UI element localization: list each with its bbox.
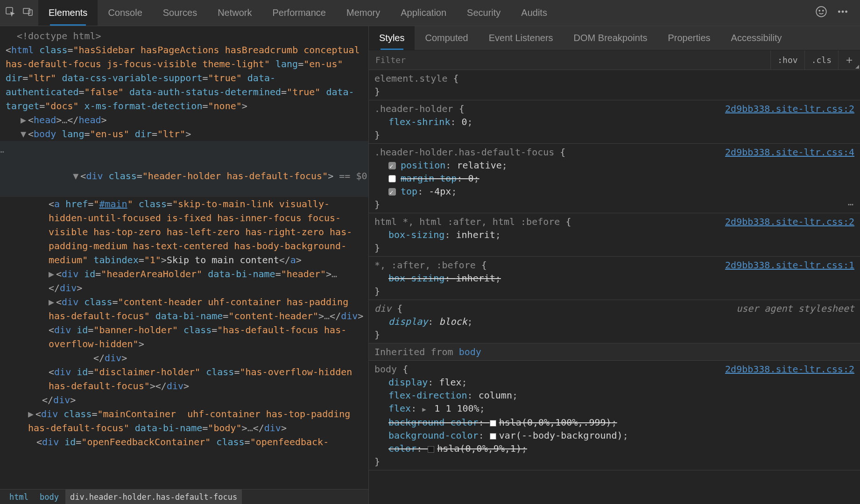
tab-console[interactable]: Console	[98, 0, 152, 26]
svg-point-6	[839, 11, 840, 12]
style-declaration[interactable]: flex: ▶ 1 1 100%;	[374, 402, 854, 416]
color-swatch[interactable]	[490, 433, 496, 440]
smiley-icon[interactable]	[815, 6, 827, 20]
more-icon[interactable]: ⋯	[848, 198, 854, 211]
property-checkbox[interactable]	[388, 162, 396, 169]
style-declaration[interactable]: color: hsla(0,0%,9%,1);	[374, 442, 854, 455]
device-toolbar-icon[interactable]	[22, 6, 34, 20]
styles-panel: StylesComputedEvent ListenersDOM Breakpo…	[369, 26, 860, 504]
head-node[interactable]: ▶<head>…</head>	[0, 113, 368, 127]
devtools-top-tabs: ElementsConsoleSourcesNetworkPerformance…	[0, 0, 860, 26]
styles-list[interactable]: element.style {}2d9bb338.site-ltr.css:2.…	[369, 70, 860, 504]
style-declaration[interactable]: top: -4px;	[374, 185, 854, 198]
subtab-computed[interactable]: Computed	[415, 26, 478, 50]
tab-network[interactable]: Network	[207, 0, 262, 26]
crumb-selected[interactable]: div.header-holder.has-default-focus	[65, 490, 242, 504]
tab-elements[interactable]: Elements	[38, 0, 98, 26]
source-link[interactable]: 2d9bb338.site-ltr.css:4	[725, 146, 854, 159]
source-label: user agent stylesheet	[736, 302, 854, 315]
style-declaration[interactable]: box-sizing: inherit;	[374, 272, 854, 285]
header-area-node[interactable]: ▶<div id="headerAreaHolder" data-bi-name…	[0, 267, 368, 295]
subtab-properties[interactable]: Properties	[657, 26, 720, 50]
selected-close-node[interactable]: </div>	[0, 393, 368, 407]
subtab-accessibility[interactable]: Accessibility	[721, 26, 792, 50]
hov-toggle[interactable]: :hov	[770, 50, 804, 70]
body-open-tag[interactable]: ▼<body lang="en-us" dir="ltr">	[0, 127, 368, 141]
tab-security[interactable]: Security	[457, 0, 511, 26]
tab-performance[interactable]: Performance	[262, 0, 337, 26]
doctype-node[interactable]: <!doctype html>	[17, 30, 101, 42]
content-header-node[interactable]: ▶<div class="content-header uhf-containe…	[0, 295, 368, 323]
svg-rect-1	[23, 8, 30, 14]
style-declaration[interactable]: flex-direction: column;	[374, 389, 854, 402]
styles-filter-input[interactable]	[369, 55, 770, 65]
style-declaration[interactable]: margin-top: 0;	[374, 172, 854, 185]
inherited-from-header: Inherited from body	[369, 343, 860, 361]
new-style-rule-button[interactable]	[838, 50, 860, 70]
source-link[interactable]: 2d9bb338.site-ltr.css:2	[725, 215, 854, 228]
skip-link-node[interactable]: <a href="#main" class="skip-to-main-link…	[0, 197, 368, 267]
tab-audits[interactable]: Audits	[511, 0, 557, 26]
tab-application[interactable]: Application	[390, 0, 457, 26]
banner-open-node[interactable]: <div id="banner-holder" class="has-defau…	[0, 323, 368, 351]
elements-panel: <!doctype html> <html class="hasSidebar …	[0, 26, 369, 504]
crumb-body[interactable]: body	[35, 490, 63, 504]
style-declaration[interactable]: position: relative;	[374, 159, 854, 172]
style-rule[interactable]: user agent stylesheetdiv {display: block…	[369, 300, 860, 343]
selected-node[interactable]: … ▼<div class="header-holder has-default…	[0, 141, 368, 197]
style-declaration[interactable]: display: block;	[374, 315, 854, 328]
property-checkbox[interactable]	[388, 175, 396, 182]
dom-breadcrumb: html body div.header-holder.has-default-…	[0, 489, 368, 504]
feedback-node[interactable]: <div id="openFeedbackContainer" class="o…	[0, 435, 368, 449]
style-declaration[interactable]: display: flex;	[374, 376, 854, 389]
style-rule[interactable]: 2d9bb338.site-ltr.css:2body {display: fl…	[369, 361, 860, 470]
style-declaration[interactable]: box-sizing: inherit;	[374, 228, 854, 241]
styles-sub-tabs: StylesComputedEvent ListenersDOM Breakpo…	[369, 26, 860, 50]
style-rule[interactable]: 2d9bb338.site-ltr.css:2html *, html :aft…	[369, 213, 860, 257]
banner-close-node[interactable]: </div>	[0, 351, 368, 365]
element-picker-icon[interactable]	[5, 6, 16, 20]
tab-memory[interactable]: Memory	[336, 0, 390, 26]
svg-point-7	[842, 11, 843, 12]
style-declaration[interactable]: background-color: var(--body-background)…	[374, 429, 854, 442]
source-link[interactable]: 2d9bb338.site-ltr.css:2	[725, 102, 854, 115]
style-rule[interactable]: 2d9bb338.site-ltr.css:4.header-holder.ha…	[369, 144, 860, 213]
subtab-dom-breakpoints[interactable]: DOM Breakpoints	[564, 26, 658, 50]
dom-tree[interactable]: <!doctype html> <html class="hasSidebar …	[0, 26, 368, 489]
main-container-node[interactable]: ▶<div class="mainContainer uhf-container…	[0, 407, 368, 435]
svg-rect-2	[28, 10, 32, 15]
styles-filter-bar: :hov .cls	[369, 50, 860, 70]
subtab-event-listeners[interactable]: Event Listeners	[479, 26, 564, 50]
svg-point-8	[846, 11, 847, 12]
subtab-styles[interactable]: Styles	[369, 26, 415, 50]
toolbar-right	[815, 6, 860, 20]
html-open-tag[interactable]: <html class="hasSidebar hasPageActions h…	[0, 43, 368, 113]
svg-point-3	[816, 7, 826, 17]
inspect-tools	[0, 6, 38, 20]
crumb-html[interactable]: html	[5, 490, 33, 504]
disclaimer-node[interactable]: <div id="disclaimer-holder" class="has-o…	[0, 365, 368, 393]
source-link[interactable]: 2d9bb338.site-ltr.css:1	[725, 259, 854, 272]
style-rule[interactable]: 2d9bb338.site-ltr.css:1*, :after, :befor…	[369, 257, 860, 300]
property-checkbox[interactable]	[388, 188, 396, 196]
tab-sources[interactable]: Sources	[153, 0, 207, 26]
inherited-element-link[interactable]: body	[459, 346, 481, 357]
style-declaration[interactable]: flex-shrink: 0;	[374, 115, 854, 128]
style-rule[interactable]: 2d9bb338.site-ltr.css:2.header-holder {f…	[369, 100, 860, 144]
style-rule[interactable]: element.style {}	[369, 70, 860, 100]
source-link[interactable]: 2d9bb338.site-ltr.css:2	[725, 363, 854, 376]
main-split: <!doctype html> <html class="hasSidebar …	[0, 26, 860, 504]
color-swatch[interactable]	[428, 446, 434, 453]
color-swatch[interactable]	[490, 420, 496, 427]
svg-point-5	[823, 10, 824, 11]
more-icon[interactable]	[837, 6, 849, 20]
svg-point-4	[819, 10, 820, 11]
cls-toggle[interactable]: .cls	[804, 50, 838, 70]
style-declaration[interactable]: background-color: hsla(0,0%,100%,.999);	[374, 416, 854, 429]
